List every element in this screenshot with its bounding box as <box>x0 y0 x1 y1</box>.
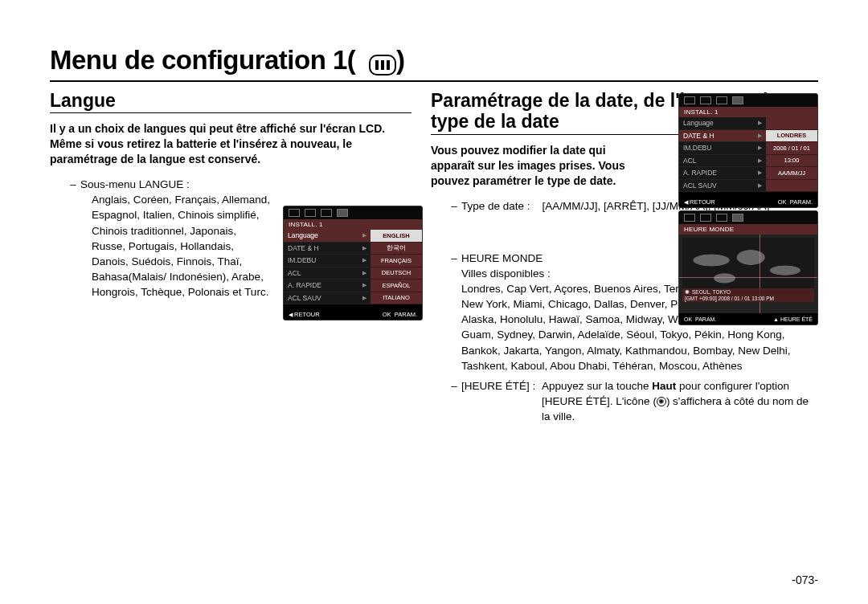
sun-icon <box>657 397 666 406</box>
lcd-screenshot-langue: INSTALL. 1 Language▶ENGLISH DATE & H▶한국어… <box>283 206 423 320</box>
dash-icon: – <box>447 251 461 373</box>
lcd-menu-item: A. RAPIDE <box>288 281 321 289</box>
dash-icon: – <box>447 378 461 424</box>
page-title-row: Menu de configuration 1( ) <box>50 45 818 82</box>
langue-intro: Il y a un choix de langues qui peut être… <box>50 121 411 167</box>
langue-list-lead: Sous-menu LANGUE : <box>80 177 411 192</box>
dash-icon: – <box>66 177 80 300</box>
lcd-header: INSTALL. 1 <box>284 219 422 230</box>
lcd-menu-item: ACL <box>683 157 697 165</box>
date-intro: Vous pouvez modifier la date qui apparaî… <box>431 143 640 189</box>
lcd-screenshot-date: INSTALL. 1 Language▶ DATE & H▶LONDRES IM… <box>678 93 818 208</box>
settings-icon <box>369 55 396 76</box>
lcd-menu-value <box>766 180 817 193</box>
crosshair-h <box>679 277 817 278</box>
world-lead: HEURE MONDE <box>461 251 662 266</box>
lcd-footer-dst: HEURE ÉTÉ <box>780 316 813 322</box>
settings-tab-icon <box>337 209 348 217</box>
lcd-menu-value: ITALIANO <box>371 292 422 305</box>
world-sub: Villes disponibles : <box>461 266 662 281</box>
lcd-topbar <box>679 211 817 224</box>
lcd-menu-value: FRANÇAIS <box>371 255 422 267</box>
date-type-lead: Type de date : <box>461 200 530 212</box>
settings-tab-icon <box>732 214 743 222</box>
lcd-footer-left: RETOUR <box>294 311 320 318</box>
lcd-menu-value: DEUTSCH <box>371 267 422 280</box>
lcd-topbar <box>679 94 817 107</box>
page-title-text-2: ) <box>396 45 405 75</box>
lcd-menu-item: ACL <box>288 269 301 277</box>
lcd-footer-right: PARAM. <box>790 198 813 206</box>
left-arrow-icon: ◀ <box>289 312 293 317</box>
heading-langue: Langue <box>50 90 411 113</box>
lcd-menu-value: AA/MM/JJ <box>766 167 817 180</box>
dst-desc-haut: Haut <box>652 380 676 392</box>
left-arrow-icon: ◀ <box>684 199 688 205</box>
lcd-footer-right: PARAM. <box>695 316 716 322</box>
lcd-menu-value: 한국어 <box>371 243 422 255</box>
settings-tab-icon <box>732 96 743 104</box>
lcd-world-gmt: [GMT +09:00] 2008 / 01 / 01 13:00 PM <box>685 296 812 301</box>
lcd-footer-ok: OK <box>383 311 391 318</box>
lcd-menu-value: ENGLISH <box>371 230 422 243</box>
lcd-menu-value: ESPAÑOL <box>371 280 422 292</box>
col-date: Paramétrage de la date, de l'heure et du… <box>431 90 818 424</box>
lcd-topbar <box>284 206 422 219</box>
lcd-menu-item: IM.DEBU <box>683 144 711 152</box>
dst-desc: Appuyez sur la touche Haut pour configur… <box>542 378 818 424</box>
lcd-screenshot-world: HEURE MONDE ✺SEOUL, TOKYO [GMT +09:00] 2… <box>678 210 818 325</box>
lcd-menu-item: Language <box>683 119 714 127</box>
page-number: -073- <box>0 573 818 586</box>
lcd-footer-ok: OK <box>684 316 692 322</box>
lcd-world-city: SEOUL, TOKYO <box>692 289 731 295</box>
langue-list-body: Anglais, Coréen, Français, Allemand, Esp… <box>80 192 272 300</box>
lcd-menu-item: Language <box>288 231 318 239</box>
page-title-text-1: Menu de configuration 1( <box>50 45 355 75</box>
lcd-menu-value <box>766 117 817 130</box>
lcd-footer-ok: OK <box>778 198 787 206</box>
lcd-menu-value: 13:00 <box>766 155 817 168</box>
world-map-icon <box>682 238 814 294</box>
lcd-menu-item: DATE & H <box>288 244 319 252</box>
lcd-menu-item: ACL SAUV <box>683 182 717 190</box>
up-arrow-icon: ▲ <box>773 316 779 322</box>
dst-row: – [HEURE ÉTÉ] : Appuyez sur la touche Ha… <box>431 378 818 424</box>
dst-term: [HEURE ÉTÉ] : <box>461 378 542 424</box>
lcd-menu-item: ACL SAUV <box>288 294 321 302</box>
lcd-footer-left: RETOUR <box>690 198 715 206</box>
dst-desc-1: Appuyez sur la touche <box>542 380 652 392</box>
lcd-menu-item: A. RAPIDE <box>683 169 717 177</box>
lcd-header: INSTALL. 1 <box>679 107 817 117</box>
lcd-menu-value: LONDRES <box>766 130 817 143</box>
dash-icon: – <box>447 198 461 214</box>
lcd-footer-right: PARAM. <box>395 311 417 318</box>
lcd-header: HEURE MONDE <box>679 224 817 235</box>
lcd-menu-item: DATE & H <box>683 132 714 140</box>
lcd-menu-item: IM.DEBU <box>288 256 316 264</box>
lcd-menu-value: 2008 / 01 / 01 <box>766 142 817 155</box>
page-title: Menu de configuration 1( ) <box>50 45 405 76</box>
